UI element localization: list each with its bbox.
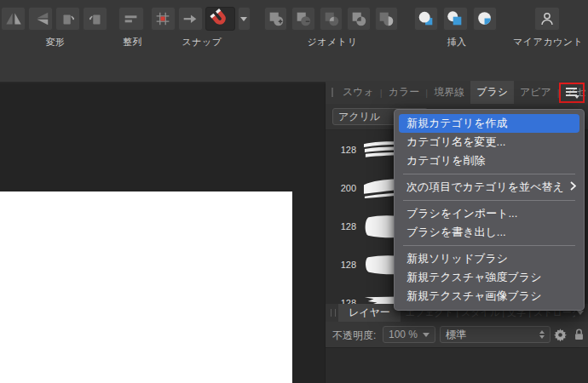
- tab-layers[interactable]: レイヤー: [338, 304, 401, 322]
- tab-swatches[interactable]: スウォ: [337, 81, 380, 104]
- geometry-intersect-button[interactable]: [320, 7, 343, 31]
- top-toolbar: 変形 整列: [0, 0, 588, 83]
- snapping-magnet-button[interactable]: [205, 7, 235, 31]
- chevron-down-icon[interactable]: [577, 311, 584, 315]
- brush-size-label: 200: [326, 183, 356, 193]
- stepper-up-icon: [539, 330, 545, 334]
- toolbar-group-account: マイアカウント: [513, 7, 581, 31]
- canvas-area[interactable]: [0, 83, 325, 383]
- toolbar-group-label-insert: 挿入: [414, 36, 499, 49]
- flip-horizontal-button[interactable]: [1, 7, 26, 31]
- toolbar-group-label-geometry: ジオメトリ: [264, 36, 401, 49]
- flip-vertical-icon: [32, 9, 50, 28]
- panel-preferences-button[interactable]: [566, 87, 579, 99]
- move-arrow-icon: [181, 9, 199, 28]
- lock-icon: [573, 328, 585, 342]
- align-icon: [122, 9, 141, 28]
- opacity-dropdown[interactable]: 100 %: [383, 326, 435, 343]
- opacity-label: 不透明度:: [332, 329, 376, 343]
- insert-behind-icon: [417, 9, 435, 28]
- flip-vertical-button[interactable]: [28, 7, 53, 31]
- brush-size-label: 128: [326, 145, 356, 155]
- rotate-clockwise-button[interactable]: [83, 7, 107, 31]
- chevron-down-icon: [423, 333, 429, 337]
- opacity-value: 100 %: [389, 329, 418, 340]
- snapping-grid-button[interactable]: [151, 7, 176, 31]
- menu-item-sort-categories[interactable]: 次の項目でカテゴリを並べ替え: [395, 178, 584, 197]
- menu-item-export-brushes[interactable]: ブラシを書き出し...: [395, 223, 584, 242]
- document-page[interactable]: [0, 192, 292, 383]
- snapping-grid-icon: [153, 9, 172, 28]
- menu-separator: [403, 174, 575, 174]
- flip-horizontal-icon: [4, 9, 23, 28]
- chevron-down-icon: [240, 17, 247, 21]
- align-button[interactable]: [118, 7, 144, 31]
- affinity-app-window: 変形 整列: [0, 0, 588, 383]
- layer-settings-button[interactable]: [552, 327, 568, 342]
- gear-icon: [553, 328, 568, 342]
- geometry-add-icon: [267, 9, 285, 28]
- brush-size-label: 128: [326, 221, 356, 232]
- tab-colour[interactable]: カラー: [383, 81, 426, 104]
- magnet-icon: [209, 8, 231, 30]
- menu-item-new-solid-brush[interactable]: 新規ソリッドブラシ: [395, 249, 584, 268]
- tab-stroke[interactable]: 境界線: [428, 81, 470, 104]
- hamburger-icon: [566, 88, 577, 89]
- toolbar-group-insert: 挿入: [414, 7, 499, 31]
- tab-brushes[interactable]: ブラシ: [470, 81, 514, 104]
- rotate-counterclockwise-icon: [59, 9, 78, 28]
- toolbar-group-transform: 変形: [1, 7, 110, 31]
- toolbar-group-label-align: 整列: [118, 36, 147, 49]
- geometry-divide-button[interactable]: [375, 7, 398, 31]
- geometry-divide-icon: [377, 9, 395, 28]
- geometry-subtract-icon: [294, 9, 313, 28]
- panel-tab-bar: スウォ | カラー | 境界線 ブラシ アピア | アセッ: [326, 81, 588, 104]
- menu-item-rename-category[interactable]: カテゴリ名を変更...: [395, 133, 584, 151]
- toolbar-group-label-account: マイアカウント: [513, 36, 581, 49]
- annotation-red-box: [559, 83, 585, 103]
- menu-separator: [403, 200, 575, 201]
- toolbar-group-label-snap: スナップ: [151, 36, 253, 49]
- brushes-panel-context-menu: 新規カテゴリを作成 カテゴリ名を変更... カテゴリを削除 次の項目でカテゴリを…: [394, 109, 585, 311]
- toolbar-group-align: 整列: [118, 7, 147, 31]
- stepper-down-icon: [539, 335, 545, 339]
- snap-options-dropdown-button[interactable]: [238, 7, 251, 31]
- menu-item-new-texture-image-brush[interactable]: 新規テクスチャ画像ブラシ: [395, 287, 584, 306]
- my-account-button[interactable]: [534, 7, 560, 31]
- toolbar-group-snap: スナップ: [151, 7, 253, 31]
- panel-drag-grip[interactable]: [331, 88, 333, 97]
- insert-on-top-icon: [446, 9, 464, 28]
- layers-options-row: 不透明度: 100 % 標準: [326, 322, 588, 347]
- submenu-arrow-icon: [570, 178, 576, 197]
- toolbar-group-label-transform: 変形: [1, 36, 110, 49]
- tab-appearance[interactable]: アピア: [514, 81, 557, 104]
- menu-separator: [403, 245, 575, 246]
- layer-lock-button[interactable]: [571, 327, 586, 342]
- brush-size-label: 128: [326, 298, 356, 305]
- menu-item-new-texture-intensity-brush[interactable]: 新規テクスチャ強度ブラシ: [395, 268, 584, 287]
- menu-item-delete-category[interactable]: カテゴリを削除: [395, 151, 584, 170]
- move-by-whole-pixels-button[interactable]: [178, 7, 203, 31]
- menu-item-create-category[interactable]: 新規カテゴリを作成: [399, 114, 579, 133]
- insert-on-top-button[interactable]: [443, 7, 467, 31]
- layers-list-area[interactable]: [326, 347, 588, 383]
- menu-item-import-brushes[interactable]: ブラシをインポート...: [395, 204, 584, 223]
- geometry-xor-button[interactable]: [347, 7, 370, 31]
- panel-drag-grip[interactable]: [331, 309, 336, 317]
- geometry-subtract-button[interactable]: [291, 7, 314, 31]
- insert-inside-icon: [476, 9, 494, 28]
- brush-category-value: アクリル: [338, 110, 380, 124]
- toolbar-group-geometry: ジオメトリ: [264, 7, 401, 31]
- blend-mode-stepper[interactable]: [539, 330, 545, 339]
- blend-mode-value: 標準: [446, 328, 466, 342]
- person-icon: [538, 9, 556, 28]
- geometry-add-button[interactable]: [264, 7, 287, 31]
- insert-inside-button[interactable]: [473, 7, 497, 31]
- geometry-intersect-icon: [322, 9, 341, 28]
- brush-size-label: 128: [326, 260, 356, 270]
- chevron-down-icon: [574, 95, 579, 99]
- blend-mode-dropdown[interactable]: 標準: [440, 326, 551, 343]
- rotate-counterclockwise-button[interactable]: [55, 7, 80, 31]
- insert-behind-button[interactable]: [414, 7, 438, 31]
- rotate-clockwise-icon: [86, 9, 105, 28]
